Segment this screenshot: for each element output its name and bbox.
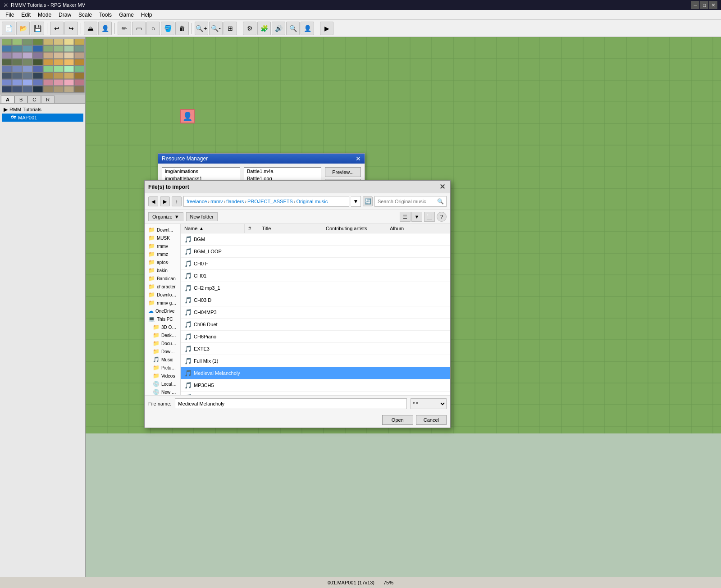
tab-b[interactable]: B [14, 96, 27, 103]
nav-bakin[interactable]: 📁 bakin [146, 266, 178, 274]
search-input[interactable] [374, 196, 447, 207]
list-item[interactable]: 🎵 BGM [181, 233, 450, 246]
nav-rmmv[interactable]: 📁 rmmv [146, 242, 178, 250]
res-file-battle1-m4a[interactable]: Battle1.m4a [244, 168, 321, 175]
tb-delete[interactable]: 🗑 [175, 22, 189, 35]
nav-forward[interactable]: ▶ [160, 196, 170, 206]
nav-downloads[interactable]: 📁 Downl... [146, 226, 178, 234]
path-project-assets[interactable]: PROJECT_ASSETS [247, 199, 293, 204]
list-item[interactable]: 🎵 CH04MP3 [181, 306, 450, 319]
restore-button[interactable]: □ [700, 1, 708, 9]
file-type-select[interactable]: * * [411, 398, 447, 409]
list-item[interactable]: 🎵 CH01 [181, 270, 450, 282]
col-header-title[interactable]: Title [258, 224, 322, 233]
tb-open[interactable]: 📂 [16, 22, 30, 35]
col-header-album[interactable]: Album [386, 224, 450, 233]
nav-newvolume[interactable]: 💿 New Volu... [146, 388, 178, 395]
list-item[interactable]: 🎵 EXTE3 [181, 343, 450, 355]
cancel-button[interactable]: Cancel [416, 415, 447, 425]
path-original-music[interactable]: Original music [296, 199, 328, 204]
nav-up[interactable]: ↑ [172, 196, 182, 206]
tb-terrain[interactable]: ⛰ [84, 22, 97, 35]
list-item[interactable]: 🎵 CH0 F [181, 258, 450, 270]
menu-edit[interactable]: Edit [18, 11, 34, 19]
path-rmmv[interactable]: rmmv [210, 199, 223, 204]
list-item[interactable]: 🎵 BGM_LOOP [181, 246, 450, 258]
nav-character[interactable]: 📁 character [146, 283, 178, 291]
tb-zoom-out[interactable]: 🔍- [209, 22, 223, 35]
nav-videos[interactable]: 📁 Videos [146, 372, 178, 380]
menu-help[interactable]: Help [137, 11, 156, 19]
nav-back[interactable]: ◀ [148, 196, 158, 206]
tb-new[interactable]: 📄 [2, 22, 15, 35]
tab-c[interactable]: C [27, 96, 41, 103]
nav-pictures[interactable]: 📁 Pictures [146, 364, 178, 372]
nav-3dobjects[interactable]: 📁 3D Objec... [146, 323, 178, 331]
tb-resource[interactable]: 🔍 [286, 22, 300, 35]
tree-map001[interactable]: 🗺 MAP001 [2, 114, 83, 122]
list-item[interactable]: 🎵 Ch06 Duet [181, 319, 450, 331]
tb-zoom-in[interactable]: 🔍+ [195, 22, 208, 35]
file-name-input[interactable] [175, 398, 407, 409]
col-header-contributing[interactable]: Contributing artists [322, 224, 386, 233]
preview-pane-btn[interactable]: ⬜ [424, 212, 435, 222]
nav-bandican[interactable]: 📁 Bandican [146, 274, 178, 283]
nav-downloa2[interactable]: 📁 Downloa... [146, 291, 178, 299]
nav-musk[interactable]: 📁 MUSK [146, 234, 178, 242]
nav-rmmz[interactable]: 📁 rmmz [146, 250, 178, 258]
tb-plugin[interactable]: 🧩 [257, 22, 271, 35]
preview-button[interactable]: Preview... [325, 167, 361, 177]
tree-root[interactable]: ▶ RMM Tutorials [2, 105, 83, 114]
nav-desktop[interactable]: 📁 Desktop [146, 331, 178, 339]
tb-rect[interactable]: ▭ [132, 22, 146, 35]
minimize-button[interactable]: ─ [691, 1, 699, 9]
tb-play[interactable]: ▶ [320, 22, 333, 35]
menu-game[interactable]: Game [115, 11, 137, 19]
tb-ellipse[interactable]: ○ [146, 22, 160, 35]
menu-draw[interactable]: Draw [55, 11, 75, 19]
tb-pencil[interactable]: ✏ [118, 22, 131, 35]
tb-undo[interactable]: ↩ [50, 22, 64, 35]
menu-file[interactable]: File [2, 11, 18, 19]
help-button[interactable]: ? [437, 212, 447, 222]
list-item[interactable]: 🎵 CH6Piano [181, 331, 450, 343]
close-button[interactable]: ✕ [709, 1, 717, 9]
organize-button[interactable]: Organize ▼ [148, 212, 183, 221]
address-path[interactable]: freelance › rmmv › flanders › PROJECT_AS… [183, 196, 349, 207]
col-header-name[interactable]: Name ▲ [181, 224, 245, 233]
nav-downloads2[interactable]: 📁 Downloa... [146, 347, 178, 356]
menu-mode[interactable]: Mode [34, 11, 55, 19]
list-item[interactable]: 🎵 mp3Duet [181, 392, 450, 395]
tb-player[interactable]: 👤 [301, 22, 314, 35]
tb-database[interactable]: ⚙ [243, 22, 256, 35]
tb-zoom-reset[interactable]: ⊞ [224, 22, 237, 35]
tb-redo[interactable]: ↪ [64, 22, 78, 35]
nav-documents[interactable]: 📁 Docume... [146, 339, 178, 347]
nav-onedrive[interactable]: ☁ OneDrive [146, 307, 178, 315]
view-details[interactable]: ☰ [400, 212, 411, 222]
list-item[interactable]: 🎵 Full Mix (1) [181, 355, 450, 367]
new-folder-button[interactable]: New folder [186, 212, 218, 221]
nav-aptos[interactable]: 📁 aptos- [146, 258, 178, 266]
tb-sound[interactable]: 🔊 [272, 22, 285, 35]
list-item[interactable]: 🎵 CH2 mp3_1 [181, 282, 450, 294]
menu-scale[interactable]: Scale [75, 11, 96, 19]
resource-manager-close[interactable]: ✕ [356, 155, 361, 162]
nav-localdisk[interactable]: 💿 Local Dis... [146, 380, 178, 388]
open-button[interactable]: Open [382, 415, 413, 425]
nav-music[interactable]: 🎵 Music [146, 356, 178, 364]
tab-r[interactable]: R [41, 96, 55, 103]
col-header-number[interactable]: # [245, 224, 258, 233]
path-freelance[interactable]: freelance [187, 199, 207, 204]
path-flanders[interactable]: flanders [226, 199, 244, 204]
view-dropdown[interactable]: ▼ [411, 212, 422, 222]
refresh-button[interactable]: 🔄 [363, 196, 373, 206]
list-item[interactable]: 🎵 CH03 D [181, 294, 450, 306]
nav-rmmvgu[interactable]: 📁 rmmv gu... [146, 299, 178, 307]
tb-fill[interactable]: 🪣 [161, 22, 174, 35]
folder-item-animations[interactable]: img/animations [162, 168, 240, 175]
tb-save[interactable]: 💾 [31, 22, 44, 35]
tab-a[interactable]: A [1, 96, 14, 103]
path-dropdown[interactable]: ▼ [351, 196, 361, 207]
tb-character[interactable]: 👤 [98, 22, 112, 35]
